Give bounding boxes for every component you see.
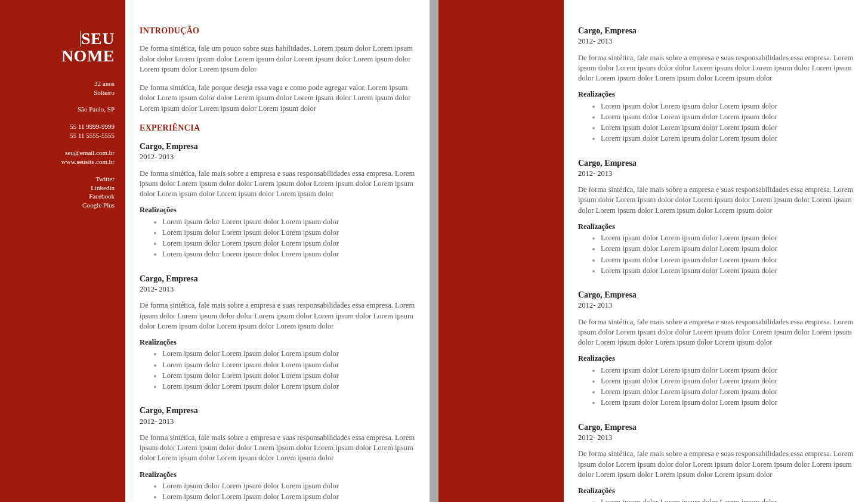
job-description: De forma sintética, fale mais sobre a em… <box>578 317 854 348</box>
experience-heading: EXPERIÊNCIA <box>140 122 415 134</box>
job-dates: 2012- 2013 <box>578 433 854 443</box>
achievement-item: Lorem ipsum dolor Lorem ipsum dolor Lore… <box>162 382 415 392</box>
marital-status: Solteiro <box>0 88 115 97</box>
job-description: De forma sintética, fale mais sobre a em… <box>578 185 854 216</box>
achievements-list: Lorem ipsum dolor Lorem ipsum dolor Lore… <box>140 217 415 260</box>
achievement-item: Lorem ipsum dolor Lorem ipsum dolor Lore… <box>601 123 854 133</box>
achievements-label: Realizações <box>140 337 415 348</box>
achievements-label: Realizações <box>578 89 854 100</box>
personal-block: 32 anos Solteiro <box>0 79 115 97</box>
achievements-list: Lorem ipsum dolor Lorem ipsum dolor Lore… <box>578 365 854 408</box>
job-description: De forma sintética, fale mais sobre a em… <box>578 53 854 84</box>
social-twitter: Twitter <box>0 175 115 184</box>
resume-page-1: SEU NOME 32 anos Solteiro São Paulo, SP … <box>0 0 430 502</box>
resume-page-2: Cargo, Empresa 2012- 2013 De forma sinté… <box>438 0 868 502</box>
email: seu@email.com.br <box>0 148 115 157</box>
sidebar-page2 <box>438 0 564 502</box>
achievement-item: Lorem ipsum dolor Lorem ipsum dolor Lore… <box>601 134 854 144</box>
job-dates: 2012- 2013 <box>140 152 415 162</box>
text-cursor-icon <box>80 31 81 47</box>
job-description: De forma sintética, fale mais sobre a em… <box>140 300 415 331</box>
name-line-2: NOME <box>61 47 115 65</box>
page1-content: INTRODUÇÃO De forma sintética, fale um p… <box>125 0 430 502</box>
job-title: Cargo, Empresa <box>140 273 415 284</box>
job-dates: 2012- 2013 <box>578 300 854 311</box>
achievement-item: Lorem ipsum dolor Lorem ipsum dolor Lore… <box>601 398 854 408</box>
intro-p1: De forma sintética, fale um pouco sobre … <box>140 44 415 75</box>
achievement-item: Lorem ipsum dolor Lorem ipsum dolor Lore… <box>162 371 415 381</box>
job-entry: Cargo, Empresa 2012- 2013 De forma sinté… <box>578 422 854 502</box>
achievements-label: Realizações <box>578 486 854 496</box>
achievement-item: Lorem ipsum dolor Lorem ipsum dolor Lore… <box>162 238 415 249</box>
achievements-list: Lorem ipsum dolor Lorem ipsum dolor Lore… <box>578 497 854 502</box>
achievements-list: Lorem ipsum dolor Lorem ipsum dolor Lore… <box>578 233 854 276</box>
phone-block: 55 11 9999-9999 55 11 5555-5555 <box>0 122 115 140</box>
achievement-item: Lorem ipsum dolor Lorem ipsum dolor Lore… <box>162 481 415 491</box>
job-dates: 2012- 2013 <box>140 417 415 427</box>
phone-1: 55 11 9999-9999 <box>0 122 115 131</box>
achievement-item: Lorem ipsum dolor Lorem ipsum dolor Lore… <box>601 101 854 111</box>
achievement-item: Lorem ipsum dolor Lorem ipsum dolor Lore… <box>601 387 854 397</box>
achievement-item: Lorem ipsum dolor Lorem ipsum dolor Lore… <box>601 233 854 243</box>
website: www.seusite.com.br <box>0 157 115 166</box>
age: 32 anos <box>0 79 115 88</box>
job-dates: 2012- 2013 <box>140 284 415 295</box>
social-block: Twitter Linkedin Facebook Google Plus <box>0 175 115 210</box>
job-title: Cargo, Empresa <box>578 422 854 433</box>
achievement-item: Lorem ipsum dolor Lorem ipsum dolor Lore… <box>601 497 854 502</box>
social-googleplus: Google Plus <box>0 201 115 210</box>
achievements-label: Realizações <box>578 354 854 364</box>
achievement-item: Lorem ipsum dolor Lorem ipsum dolor Lore… <box>162 360 415 370</box>
job-dates: 2012- 2013 <box>578 169 854 179</box>
achievement-item: Lorem ipsum dolor Lorem ipsum dolor Lore… <box>601 255 854 265</box>
job-entry: Cargo, Empresa 2012- 2013 De forma sinté… <box>578 25 854 144</box>
location-block: São Paulo, SP <box>0 105 115 114</box>
job-title: Cargo, Empresa <box>140 405 415 416</box>
achievement-item: Lorem ipsum dolor Lorem ipsum dolor Lore… <box>601 365 854 376</box>
job-title: Cargo, Empresa <box>140 141 415 152</box>
applicant-name: SEU NOME <box>0 30 115 65</box>
social-facebook: Facebook <box>0 192 115 201</box>
job-description: De forma sintética, fale mais sobre a em… <box>140 433 415 464</box>
achievement-item: Lorem ipsum dolor Lorem ipsum dolor Lore… <box>162 228 415 238</box>
phone-2: 55 11 5555-5555 <box>0 131 115 140</box>
name-line-1: SEU <box>81 29 115 48</box>
location: São Paulo, SP <box>0 105 115 114</box>
achievement-item: Lorem ipsum dolor Lorem ipsum dolor Lore… <box>601 112 854 122</box>
sidebar: SEU NOME 32 anos Solteiro São Paulo, SP … <box>0 0 125 502</box>
achievement-item: Lorem ipsum dolor Lorem ipsum dolor Lore… <box>601 266 854 276</box>
social-linkedin: Linkedin <box>0 184 115 193</box>
job-title: Cargo, Empresa <box>578 157 854 169</box>
job-dates: 2012- 2013 <box>578 36 854 47</box>
job-entry: Cargo, Empresa 2012- 2013 De forma sinté… <box>140 273 415 392</box>
page2-content: Cargo, Empresa 2012- 2013 De forma sinté… <box>564 0 868 502</box>
web-block: seu@email.com.br www.seusite.com.br <box>0 148 115 166</box>
job-entry: Cargo, Empresa 2012- 2013 De forma sinté… <box>578 157 854 277</box>
achievements-label: Realizações <box>140 470 415 480</box>
achievements-label: Realizações <box>578 222 854 232</box>
job-title: Cargo, Empresa <box>578 289 854 300</box>
achievement-item: Lorem ipsum dolor Lorem ipsum dolor Lore… <box>601 244 854 254</box>
achievement-item: Lorem ipsum dolor Lorem ipsum dolor Lore… <box>162 349 415 359</box>
achievements-list: Lorem ipsum dolor Lorem ipsum dolor Lore… <box>140 349 415 392</box>
achievements-label: Realizações <box>140 205 415 215</box>
job-entry: Cargo, Empresa 2012- 2013 De forma sinté… <box>140 405 415 502</box>
intro-p2: De forma sintética, fale porque deseja e… <box>140 83 415 114</box>
job-description: De forma sintética, fale mais sobre a em… <box>578 449 854 480</box>
job-title: Cargo, Empresa <box>578 25 854 36</box>
job-entry: Cargo, Empresa 2012- 2013 De forma sinté… <box>140 141 415 260</box>
job-description: De forma sintética, fale mais sobre a em… <box>140 169 415 200</box>
achievement-item: Lorem ipsum dolor Lorem ipsum dolor Lore… <box>601 376 854 386</box>
achievement-item: Lorem ipsum dolor Lorem ipsum dolor Lore… <box>162 249 415 259</box>
job-entry: Cargo, Empresa 2012- 2013 De forma sinté… <box>578 289 854 408</box>
achievement-item: Lorem ipsum dolor Lorem ipsum dolor Lore… <box>162 492 415 502</box>
achievements-list: Lorem ipsum dolor Lorem ipsum dolor Lore… <box>140 481 415 502</box>
intro-heading: INTRODUÇÃO <box>140 25 415 36</box>
achievement-item: Lorem ipsum dolor Lorem ipsum dolor Lore… <box>162 217 415 227</box>
page-gap <box>430 0 438 502</box>
achievements-list: Lorem ipsum dolor Lorem ipsum dolor Lore… <box>578 101 854 144</box>
